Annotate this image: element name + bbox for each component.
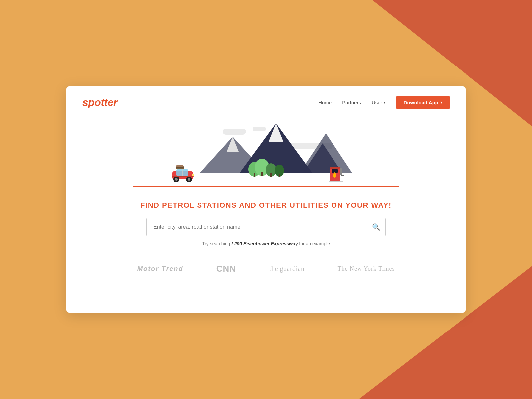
search-icon: 🔍 xyxy=(372,223,380,231)
logo-cnn: CNN xyxy=(216,264,236,274)
car-illustration xyxy=(170,165,196,185)
nav-home[interactable]: Home xyxy=(318,100,332,105)
gas-station-illustration xyxy=(329,161,346,185)
svg-point-21 xyxy=(175,178,178,181)
road-line xyxy=(133,186,399,187)
navbar: spotter Home Partners User Download App xyxy=(66,86,466,116)
svg-rect-33 xyxy=(329,181,343,182)
logo-motortrend: Motor Trend xyxy=(137,265,183,273)
nav-links: Home Partners User Download App xyxy=(318,96,450,109)
svg-rect-32 xyxy=(341,175,344,176)
hero-section: FIND PETROL STATIONS AND OTHER UTILITIES… xyxy=(66,201,466,246)
nav-partners[interactable]: Partners xyxy=(342,100,361,105)
search-container: 🔍 xyxy=(146,218,386,236)
main-card: spotter Home Partners User Download App xyxy=(66,86,466,313)
search-hint-suffix: for an example xyxy=(298,241,330,246)
search-hint-prefix: Try searching xyxy=(202,241,231,246)
hero-title: FIND PETROL STATIONS AND OTHER UTILITIES… xyxy=(82,201,450,210)
logo[interactable]: spotter xyxy=(82,96,117,109)
logo-nyt: The New York Times xyxy=(338,265,395,272)
svg-point-23 xyxy=(188,178,190,181)
svg-rect-9 xyxy=(261,172,263,176)
svg-rect-15 xyxy=(176,165,183,167)
download-app-button[interactable]: Download App xyxy=(396,96,450,109)
svg-rect-27 xyxy=(330,167,340,169)
svg-rect-31 xyxy=(340,168,342,175)
search-input[interactable] xyxy=(146,218,386,236)
nav-user[interactable]: User xyxy=(372,100,386,105)
search-hint: Try searching I-290 Eisenhower Expresswa… xyxy=(82,241,450,246)
svg-rect-24 xyxy=(192,174,194,176)
search-button[interactable]: 🔍 xyxy=(372,223,380,231)
svg-rect-25 xyxy=(172,176,194,177)
illustration-area xyxy=(66,119,466,196)
logo-guardian: the guardian xyxy=(269,265,304,273)
svg-rect-13 xyxy=(279,174,280,177)
media-logos-section: Motor Trend CNN the guardian The New Yor… xyxy=(66,264,466,290)
svg-rect-11 xyxy=(270,173,272,177)
svg-rect-7 xyxy=(254,173,255,177)
search-hint-link[interactable]: I-290 Eisenhower Expressway xyxy=(231,241,298,246)
